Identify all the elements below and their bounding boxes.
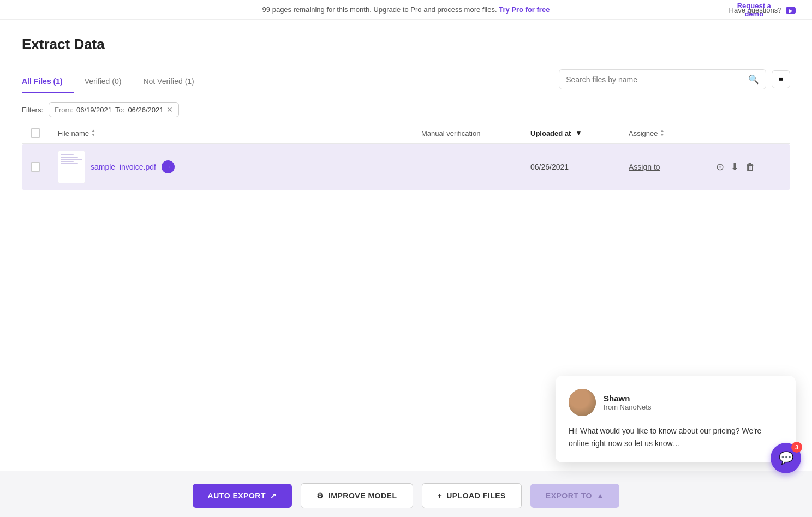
page-title: Extract Data	[22, 36, 790, 53]
assign-to-link[interactable]: Assign to	[629, 163, 660, 171]
thumb-line-4	[61, 161, 74, 162]
chat-agent-org: from NanoNets	[604, 403, 651, 411]
chat-header: Shawn from NanoNets	[569, 389, 783, 416]
download-icon[interactable]: ⬇	[731, 161, 739, 173]
demo-icon: ▶	[786, 7, 796, 14]
row-checkbox-cell	[31, 162, 58, 172]
uploaded-at-dropdown-icon: ▼	[575, 129, 582, 137]
chat-widget: Shawn from NanoNets Hi! What would you l…	[556, 376, 796, 462]
chat-bubble-icon: 💬	[779, 451, 793, 465]
table-header: File name ▲▼ Manual verification Uploade…	[22, 123, 790, 144]
row-actions: ⊙ ⬇ 🗑	[716, 161, 781, 173]
export-to-chevron-icon: ▲	[596, 491, 604, 500]
filters-label: Filters:	[22, 106, 43, 114]
thumb-lines	[61, 153, 82, 165]
thumb-line-2	[61, 157, 78, 158]
chat-message: Hi! What would you like to know about ou…	[569, 425, 783, 449]
header-uploaded-at[interactable]: Uploaded at ▼	[530, 129, 629, 137]
avatar-face	[569, 389, 596, 416]
improve-model-gear-icon: ⚙	[317, 491, 324, 500]
main-content: Extract Data All Files (1) Verified (0) …	[0, 20, 812, 471]
table-row: sample_invoice.pdf → 06/26/2021 Assign t…	[22, 144, 790, 190]
to-date: 06/26/2021	[128, 106, 163, 114]
improve-model-label: IMPROVE MODEL	[329, 491, 397, 500]
export-to-label: EXPORT TO	[546, 491, 592, 500]
uploaded-date-cell: 06/26/2021	[530, 163, 629, 171]
search-box: 🔍	[559, 69, 766, 89]
chat-avatar	[569, 389, 596, 416]
header-manual-verification: Manual verification	[421, 129, 530, 137]
from-date: 06/19/2021	[76, 106, 112, 114]
tab-all-files[interactable]: All Files (1)	[22, 71, 74, 92]
file-thumbnail	[58, 151, 85, 183]
request-demo-link[interactable]: Request a demo	[729, 2, 779, 18]
tab-not-verified[interactable]: Not Verified (1)	[143, 71, 205, 92]
filter-button[interactable]: ≡	[772, 70, 790, 88]
assign-cell: Assign to	[629, 163, 716, 171]
auto-export-button[interactable]: AUTO EXPORT ↗	[193, 484, 292, 502]
from-label: From:	[55, 106, 73, 114]
auto-export-label: AUTO EXPORT	[208, 491, 266, 500]
chat-agent-name: Shawn	[604, 394, 651, 403]
bottom-toolbar: AUTO EXPORT ↗ ⚙ IMPROVE MODEL + UPLOAD F…	[0, 474, 812, 502]
delete-icon[interactable]: 🗑	[745, 161, 755, 173]
file-name-cell: sample_invoice.pdf →	[58, 151, 421, 183]
table-container: File name ▲▼ Manual verification Uploade…	[22, 123, 790, 190]
banner-message: 99 pages remaining for this month. Upgra…	[262, 5, 497, 14]
tabs-row: All Files (1) Verified (0) Not Verified …	[22, 69, 790, 94]
remove-filter-icon[interactable]: ✕	[166, 105, 173, 114]
upload-files-button[interactable]: + UPLOAD FILES	[422, 483, 522, 502]
upload-files-label: UPLOAD FILES	[446, 491, 506, 500]
thumb-line-1	[61, 154, 74, 155]
export-to-button[interactable]: EXPORT TO ▲	[530, 484, 620, 502]
search-icon: 🔍	[748, 74, 759, 85]
tabs-right: 🔍 ≡	[559, 69, 790, 94]
filters-bar: Filters: From: 06/19/2021 To: 06/26/2021…	[22, 94, 790, 123]
request-demo-section: Have questions? Request a demo ▶	[729, 5, 796, 14]
search-input[interactable]	[566, 75, 748, 84]
header-file-name[interactable]: File name ▲▼	[58, 129, 421, 137]
chat-agent-info: Shawn from NanoNets	[604, 394, 651, 411]
assignee-sort-icon: ▲▼	[660, 129, 664, 137]
select-all-checkbox[interactable]	[31, 128, 40, 138]
file-name-sort-icon: ▲▼	[91, 129, 95, 137]
thumb-line-3	[61, 159, 82, 160]
filter-chip: From: 06/19/2021 To: 06/26/2021 ✕	[49, 102, 179, 117]
improve-model-button[interactable]: ⚙ IMPROVE MODEL	[301, 483, 413, 502]
chat-bubble-button[interactable]: 💬 3	[771, 443, 801, 473]
header-assignee[interactable]: Assignee ▲▼	[629, 129, 716, 137]
verify-check-icon[interactable]: ⊙	[716, 161, 724, 173]
try-pro-link[interactable]: Try Pro for free	[499, 5, 550, 14]
file-open-arrow[interactable]: →	[162, 160, 175, 173]
top-banner: 99 pages remaining for this month. Upgra…	[0, 0, 812, 20]
auto-export-arrow-icon: ↗	[270, 491, 277, 500]
to-label: To:	[115, 106, 124, 114]
upload-plus-icon: +	[438, 491, 443, 500]
notification-badge: 3	[791, 442, 802, 453]
filter-lines-icon: ≡	[779, 75, 783, 83]
header-checkbox-cell	[31, 128, 58, 138]
thumb-line-5	[61, 163, 78, 164]
file-name-text: sample_invoice.pdf	[91, 163, 156, 171]
tab-verified[interactable]: Verified (0)	[85, 71, 133, 92]
tabs-left: All Files (1) Verified (0) Not Verified …	[22, 71, 216, 92]
row-checkbox[interactable]	[31, 162, 40, 172]
